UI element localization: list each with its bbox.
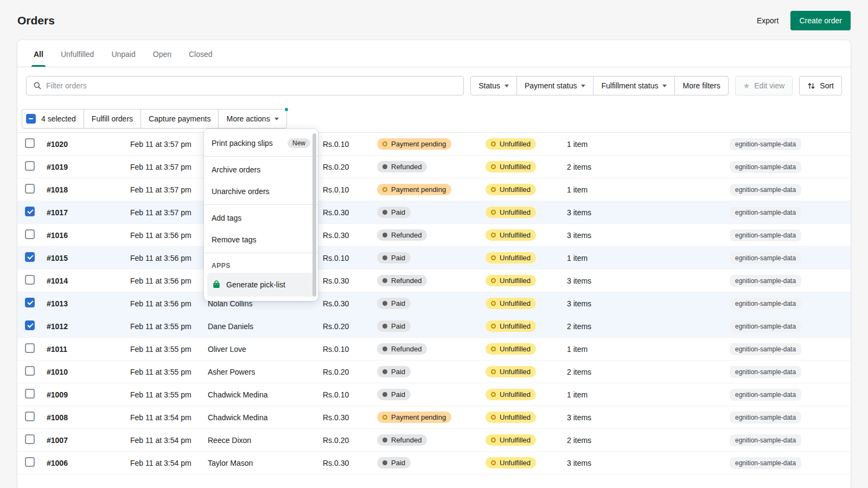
- payment-status-badge: Paid: [377, 366, 411, 377]
- order-items-count: 2 items: [567, 322, 730, 331]
- menu-item-unarchive-orders[interactable]: Unarchive orders: [204, 181, 318, 202]
- table-row[interactable]: #1017 Feb 11 at 3:57 pm Rs.0.30 Paid Unf…: [17, 201, 851, 224]
- row-checkbox[interactable]: [25, 389, 35, 399]
- status-filter-button[interactable]: Status: [470, 76, 517, 95]
- row-checkbox-cell: [25, 138, 47, 150]
- status-dot-icon: [491, 460, 496, 465]
- chevron-down-icon: [505, 85, 509, 87]
- order-tag: egnition-sample-data: [730, 457, 801, 469]
- filter-search-box[interactable]: [26, 76, 464, 95]
- order-tags-cell: egnition-sample-data: [730, 457, 842, 469]
- order-total: Rs.0.30: [323, 208, 377, 217]
- select-all-segment[interactable]: 4 selected: [22, 109, 84, 129]
- menu-item-label: Unarchive orders: [212, 187, 270, 196]
- order-customer: Asher Powers: [208, 368, 323, 376]
- tab-open[interactable]: Open: [144, 40, 180, 67]
- row-checkbox-cell: [25, 389, 47, 400]
- fulfillment-status-badge: Unfulfilled: [486, 320, 536, 332]
- table-row[interactable]: #1009 Feb 11 at 3:55 pm Chadwick Medina …: [17, 383, 851, 406]
- tab-unpaid[interactable]: Unpaid: [103, 40, 144, 67]
- export-button[interactable]: Export: [757, 16, 778, 25]
- filter-orders-input[interactable]: [46, 81, 457, 90]
- order-tags-cell: egnition-sample-data: [730, 161, 842, 173]
- row-checkbox[interactable]: [25, 275, 35, 285]
- status-dot-icon: [491, 346, 496, 351]
- table-row[interactable]: #1008 Feb 11 at 3:54 pm Chadwick Medina …: [17, 406, 851, 429]
- row-checkbox[interactable]: [25, 412, 35, 421]
- order-tags-cell: egnition-sample-data: [730, 298, 842, 310]
- fulfill-orders-button[interactable]: Fulfill orders: [84, 109, 141, 129]
- table-row[interactable]: #1018 Feb 11 at 3:57 pm Rs.0.10 Payment …: [17, 178, 851, 201]
- row-checkbox[interactable]: [25, 366, 35, 376]
- create-order-button[interactable]: Create order: [790, 11, 851, 30]
- row-checkbox[interactable]: [25, 298, 35, 307]
- edit-view-button[interactable]: ★ Edit view: [735, 76, 793, 95]
- table-row[interactable]: #1019 Feb 11 at 3:57 pm Rs.0.20 Refunded…: [17, 156, 851, 178]
- tab-closed[interactable]: Closed: [180, 40, 221, 67]
- fulfillment-status-badge: Unfulfilled: [486, 184, 536, 195]
- fulfillment-status-badge: Unfulfilled: [486, 389, 536, 400]
- order-tag: egnition-sample-data: [730, 320, 801, 332]
- order-date: Feb 11 at 3:57 pm: [130, 185, 208, 194]
- table-row[interactable]: #1007 Feb 11 at 3:54 pm Reece Dixon Rs.0…: [17, 429, 851, 452]
- fulfillment-status-cell: Unfulfilled: [486, 229, 567, 241]
- tab-all[interactable]: All: [25, 40, 52, 67]
- menu-scrollbar-thumb[interactable]: [312, 133, 316, 297]
- order-items-count: 1 item: [567, 390, 730, 399]
- table-row[interactable]: #1015 Feb 11 at 3:56 pm Rs.0.10 Paid Unf…: [17, 247, 851, 269]
- status-dot-icon: [491, 255, 496, 260]
- more-actions-button[interactable]: More actions: [218, 109, 286, 129]
- menu-item-generate-pick-list[interactable]: Generate pick-list: [207, 273, 315, 297]
- payment-status-badge: Paid: [377, 252, 411, 264]
- row-checkbox[interactable]: [25, 229, 35, 239]
- pick-list-app-icon: [212, 280, 221, 290]
- row-checkbox[interactable]: [25, 184, 35, 194]
- row-checkbox[interactable]: [25, 343, 35, 353]
- table-row[interactable]: #1014 Feb 11 at 3:56 pm Rs.0.30 Refunded…: [17, 269, 851, 292]
- order-tags-cell: egnition-sample-data: [730, 138, 842, 150]
- status-dot-icon: [382, 438, 387, 442]
- menu-item-archive-orders[interactable]: Archive orders: [204, 159, 318, 181]
- payment-status-badge: Payment pending: [377, 138, 451, 150]
- more-actions-menu: Print packing slipsNewArchive ordersUnar…: [204, 129, 318, 301]
- order-date: Feb 11 at 3:55 pm: [130, 390, 208, 399]
- row-checkbox[interactable]: [25, 434, 35, 444]
- row-checkbox[interactable]: [25, 207, 35, 216]
- row-checkbox[interactable]: [25, 457, 35, 467]
- table-row[interactable]: #1013 Feb 11 at 3:56 pm Nolan Collins Rs…: [17, 292, 851, 315]
- order-tags-cell: egnition-sample-data: [730, 320, 842, 332]
- order-customer: Oliver Love: [208, 345, 323, 354]
- tab-unfulfilled[interactable]: Unfulfilled: [52, 40, 103, 67]
- fulfillment-status-filter-button[interactable]: Fulfillment status: [593, 76, 675, 95]
- menu-item-print-packing-slips[interactable]: Print packing slipsNew: [204, 132, 318, 154]
- order-tags-cell: egnition-sample-data: [730, 184, 842, 196]
- row-checkbox[interactable]: [25, 138, 35, 148]
- order-items-count: 1 item: [567, 185, 730, 194]
- menu-item-remove-tags[interactable]: Remove tags: [204, 229, 318, 251]
- menu-scrollbar[interactable]: [312, 133, 317, 297]
- payment-status-cell: Paid: [377, 457, 486, 468]
- table-row[interactable]: #1010 Feb 11 at 3:55 pm Asher Powers Rs.…: [17, 361, 851, 383]
- menu-item-add-tags[interactable]: Add tags: [204, 207, 318, 229]
- row-checkbox[interactable]: [25, 161, 35, 171]
- table-row[interactable]: #1011 Feb 11 at 3:55 pm Oliver Love Rs.0…: [17, 338, 851, 361]
- row-checkbox[interactable]: [25, 320, 35, 330]
- menu-item-label: Remove tags: [212, 235, 256, 244]
- row-checkbox-cell: [25, 252, 47, 264]
- table-row[interactable]: #1016 Feb 11 at 3:56 pm Rs.0.30 Refunded…: [17, 224, 851, 247]
- order-date: Feb 11 at 3:54 pm: [130, 413, 208, 422]
- status-dot-icon: [491, 233, 496, 237]
- sort-button[interactable]: Sort: [799, 76, 842, 95]
- order-total: Rs.0.10: [323, 345, 377, 354]
- more-filters-button[interactable]: More filters: [674, 76, 728, 95]
- payment-status-filter-button[interactable]: Payment status: [516, 76, 594, 95]
- order-tags-cell: egnition-sample-data: [730, 275, 842, 287]
- capture-payments-button[interactable]: Capture payments: [141, 109, 219, 129]
- fulfillment-status-badge: Unfulfilled: [486, 275, 536, 286]
- table-row[interactable]: #1012 Feb 11 at 3:55 pm Dane Daniels Rs.…: [17, 315, 851, 338]
- payment-status-badge: Paid: [377, 320, 411, 332]
- table-row[interactable]: #1020 Feb 11 at 3:57 pm Rs.0.10 Payment …: [17, 133, 851, 156]
- table-row[interactable]: #1006 Feb 11 at 3:54 pm Taylor Mason Rs.…: [17, 452, 851, 474]
- select-all-checkbox[interactable]: [26, 114, 36, 124]
- row-checkbox[interactable]: [25, 252, 35, 262]
